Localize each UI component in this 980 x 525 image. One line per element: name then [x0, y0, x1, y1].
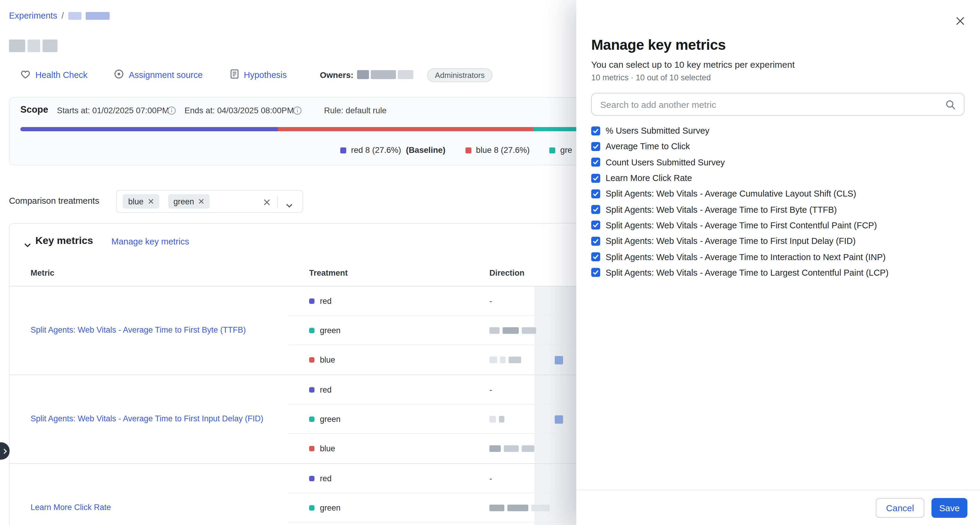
metric-link[interactable]: Learn More Click Rate — [30, 502, 111, 514]
chevron-down-icon[interactable] — [286, 199, 293, 211]
metric-option-label: Split Agents: Web Vitals - Average Time … — [606, 268, 889, 278]
metric-option-label: Split Agents: Web Vitals - Average Time … — [606, 205, 837, 214]
treatment-chip-green[interactable]: green — [168, 194, 210, 209]
bar-segment-red — [21, 127, 278, 131]
assignment-source-label: Assignment source — [129, 70, 203, 80]
legend-baseline-tag: (Baseline) — [406, 146, 445, 155]
search-icon — [945, 99, 956, 113]
checkbox-checked-icon[interactable] — [591, 174, 600, 182]
collapse-chevron-icon[interactable] — [24, 239, 31, 250]
health-check-label: Health Check — [35, 70, 88, 80]
redacted-page-title — [9, 40, 57, 52]
drawer-footer: Cancel Save — [576, 490, 980, 525]
chip-label: blue — [128, 197, 143, 206]
metric-option-label: Split Agents: Web Vitals - Average Time … — [606, 236, 856, 246]
checkbox-checked-icon[interactable] — [591, 268, 600, 277]
direction-value: - — [489, 296, 492, 305]
target-icon — [114, 69, 124, 81]
direction-value: - — [489, 385, 492, 394]
legend-label: red 8 (27.6%) — [351, 146, 401, 155]
redacted-breadcrumb-text — [68, 12, 81, 19]
checkbox-checked-icon[interactable] — [591, 158, 600, 167]
legend-item: blue 8 (27.6%) — [465, 146, 530, 155]
treatment-color-dot — [309, 476, 315, 481]
checkbox-checked-icon[interactable] — [591, 252, 600, 261]
clear-all-icon[interactable] — [263, 198, 271, 209]
metric-option[interactable]: Split Agents: Web Vitals - Average Time … — [591, 249, 963, 265]
redacted-value-badge — [555, 415, 563, 424]
administrators-badge: Administrators — [427, 68, 492, 82]
metric-option[interactable]: Split Agents: Web Vitals - Average Time … — [591, 217, 963, 233]
hypothesis-label: Hypothesis — [244, 70, 286, 80]
metric-option[interactable]: % Users Submitted Survey — [591, 123, 963, 139]
metric-option-label: % Users Submitted Survey — [606, 126, 710, 136]
metric-option[interactable]: Learn More Click Rate — [591, 170, 963, 186]
manage-key-metrics-drawer: Manage key metrics You can select up to … — [576, 0, 980, 525]
close-icon[interactable] — [955, 16, 966, 26]
scope-starts-at: Starts at: 01/02/2025 07:00PM — [57, 106, 169, 115]
checkbox-checked-icon[interactable] — [591, 205, 600, 214]
chip-remove-icon[interactable] — [148, 197, 154, 206]
breadcrumb-experiments-link[interactable]: Experiments — [9, 11, 57, 21]
treatment-label: green — [320, 503, 340, 512]
legend-label: gre — [560, 146, 573, 155]
drawer-subtitle: You can select up to 10 key metrics per … — [591, 59, 795, 70]
assignment-source-link[interactable]: Assignment source — [114, 67, 203, 83]
metric-option[interactable]: Split Agents: Web Vitals - Average Time … — [591, 265, 963, 281]
column-header-treatment: Treatment — [288, 268, 468, 277]
owners-label: Owners: — [320, 70, 353, 80]
checkbox-checked-icon[interactable] — [591, 236, 600, 246]
treatment-label: red — [320, 296, 332, 305]
sidebar-expand-tab[interactable] — [0, 442, 10, 460]
treatment-label: red — [320, 385, 332, 394]
chip-remove-icon[interactable] — [198, 197, 204, 206]
metric-option[interactable]: Count Users Submitted Survey — [591, 154, 963, 170]
metric-option[interactable]: Split Agents: Web Vitals - Average Cumul… — [591, 186, 963, 202]
metric-link[interactable]: Split Agents: Web Vitals - Average Time … — [30, 413, 263, 425]
metrics-count-status: 10 metrics · 10 out of 10 selected — [591, 73, 711, 82]
health-check-link[interactable]: Health Check — [21, 67, 88, 83]
document-icon — [230, 69, 239, 81]
metric-option[interactable]: Split Agents: Web Vitals - Average Time … — [591, 233, 963, 249]
chip-label: green — [173, 197, 194, 206]
cancel-button[interactable]: Cancel — [876, 498, 924, 517]
metric-option-label: Learn More Click Rate — [606, 173, 692, 183]
treatment-color-dot — [309, 416, 315, 421]
bar-segment-blue — [278, 127, 534, 131]
manage-key-metrics-link[interactable]: Manage key metrics — [111, 237, 189, 246]
treatment-label: green — [320, 326, 340, 335]
hypothesis-link[interactable]: Hypothesis — [230, 67, 286, 83]
metric-link[interactable]: Split Agents: Web Vitals - Average Time … — [30, 325, 246, 336]
legend-swatch — [340, 147, 346, 153]
legend-item: gre — [550, 146, 573, 155]
drawer-title: Manage key metrics — [591, 37, 726, 53]
save-button[interactable]: Save — [931, 498, 967, 517]
metric-option[interactable]: Average Time to Click — [591, 139, 963, 155]
redacted-value-badge — [555, 356, 563, 364]
treatment-color-dot — [309, 505, 315, 510]
metric-option-label: Count Users Submitted Survey — [606, 157, 725, 167]
info-icon[interactable] — [167, 106, 176, 115]
experiment-nav-row: Health Check Assignment source Hypothesi… — [0, 67, 575, 83]
screen: Experiments / Health Check Assignment so… — [0, 0, 980, 525]
treatment-color-dot — [309, 387, 315, 392]
metric-search-input[interactable] — [592, 94, 964, 115]
info-icon[interactable] — [293, 106, 302, 115]
metric-checkbox-list: % Users Submitted Survey Average Time to… — [591, 123, 963, 281]
checkbox-checked-icon[interactable] — [591, 221, 600, 230]
comparison-treatments-select[interactable]: blue green — [116, 190, 303, 213]
treatment-color-dot — [309, 327, 315, 333]
treatment-color-dot — [309, 357, 315, 362]
heart-icon — [21, 69, 30, 81]
treatment-label: green — [320, 415, 340, 423]
checkbox-checked-icon[interactable] — [591, 189, 600, 198]
metric-option-label: Split Agents: Web Vitals - Average Time … — [606, 252, 886, 262]
breadcrumb: Experiments / — [9, 11, 109, 21]
comparison-treatments-row: Comparison treatments blue green — [0, 190, 575, 213]
legend-item: red 8 (27.6%) (Baseline) — [340, 146, 445, 155]
checkbox-checked-icon[interactable] — [591, 126, 600, 135]
checkbox-checked-icon[interactable] — [591, 142, 600, 151]
metric-option[interactable]: Split Agents: Web Vitals - Average Time … — [591, 202, 963, 217]
treatment-label: blue — [320, 356, 335, 364]
treatment-chip-blue[interactable]: blue — [123, 194, 159, 209]
